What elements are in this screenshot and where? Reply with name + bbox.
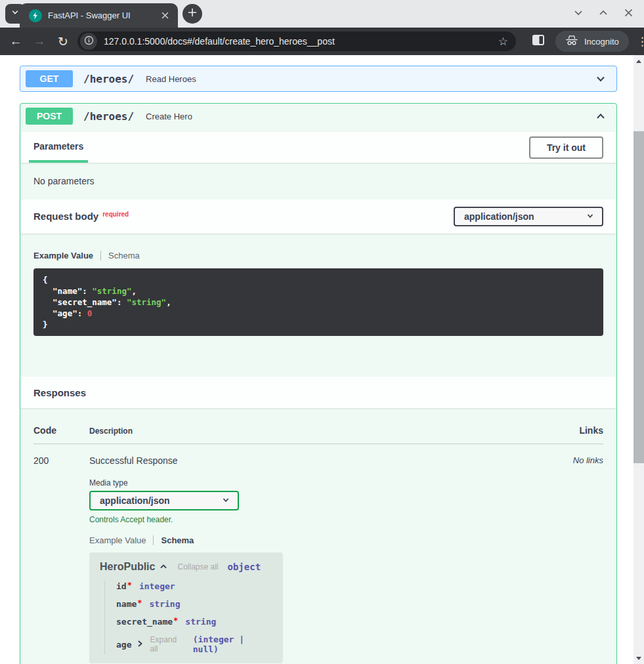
required-star: * [173,616,178,625]
info-icon [84,35,94,48]
operation-get-heroes: GET /heroes/ Read Heroes [20,66,617,92]
model-type: object [228,562,261,572]
new-tab-button[interactable] [182,4,202,24]
code-brace-open: { [43,275,48,285]
tab-divider [100,251,101,260]
tab-schema[interactable]: Schema [108,251,140,260]
tab-schema[interactable]: Schema [161,535,194,545]
get-method-badge: GET [26,70,73,87]
expand-chevron-icon[interactable] [594,72,607,85]
code-comma: , [131,286,137,296]
property-expand-button[interactable] [137,640,143,650]
json-example-codeblock: { "name": "string", "secret_name": "stri… [33,268,603,336]
response-links: No links [544,455,603,663]
side-panel-icon [532,34,545,49]
model-collapse-button[interactable] [160,561,167,573]
response-media-type-select[interactable]: application/json [89,491,239,510]
collapse-all-link[interactable]: Collapse all [177,562,218,571]
response-description-text: Successful Response [89,455,544,466]
scroll-up-button[interactable] [633,56,644,66]
reload-button[interactable]: ↻ [51,30,75,52]
site-info-button[interactable] [80,33,97,50]
side-panel-button[interactable] [530,33,546,49]
code-string-value: "string" [92,286,131,296]
incognito-label: Incognito [584,37,619,47]
property-name: name [116,599,137,609]
chevron-down-icon [573,7,584,20]
operation-get-summary[interactable]: GET /heroes/ Read Heroes [20,66,616,91]
expand-all-link[interactable]: Expand all [150,635,185,654]
swagger-page: GET /heroes/ Read Heroes POST /heroes/ C… [0,55,644,664]
post-endpoint-summary: Create Hero [146,112,192,121]
try-it-out-button[interactable]: Try it out [529,136,603,159]
window-controls [573,9,633,19]
browser-tab[interactable]: FastAPI - Swagger UI [20,3,178,28]
window-close-button[interactable] [623,9,633,19]
star-icon: ☆ [498,35,508,48]
response-200-description: Successful Response Media type applicati… [89,455,544,663]
request-body-title: Request body [33,211,98,222]
window-maximize-button[interactable] [598,9,609,19]
property-name: id [116,581,127,591]
response-code: 200 [33,455,89,663]
model-properties: id* integer name* string secret_name* [104,581,272,654]
column-header-description: Description [89,425,544,436]
browser-window: FastAPI - Swagger UI ← → ↻ 127.0.0.1:500… [0,0,644,664]
request-body-tabs: Example Value Schema [33,251,603,260]
property-name: secret_name [116,617,173,627]
property-row-secret-name: secret_name* string [116,617,272,627]
tab-strip: FastAPI - Swagger UI [0,0,644,28]
operation-post-heroes: POST /heroes/ Create Hero Parameters Try… [20,103,617,664]
browser-menu-button[interactable]: ⋮ [637,30,644,52]
close-icon [624,8,633,20]
fastapi-favicon-icon [29,9,42,22]
property-type: string [150,599,181,609]
get-endpoint-summary: Read Heroes [146,74,196,84]
property-type: string [185,617,216,627]
url-text[interactable]: 127.0.0.1:5000/docs#/default/create_hero… [104,36,496,47]
chevron-down-icon [11,8,20,20]
tab-example-value[interactable]: Example Value [89,535,146,545]
chevron-up-icon [160,561,167,573]
chevron-down-icon [586,211,594,222]
back-button[interactable]: ← [4,30,28,52]
accept-header-note: Controls Accept header. [89,515,544,524]
tab-divider [153,535,154,545]
close-icon [161,10,169,22]
get-endpoint-path: /heroes/ [83,73,134,85]
triangle-down-icon [636,657,641,660]
reload-icon: ↻ [58,34,68,49]
bookmark-button[interactable]: ☆ [496,35,511,49]
swagger-content: GET /heroes/ Read Heroes POST /heroes/ C… [0,55,628,664]
forward-button[interactable]: → [28,30,51,52]
url-bar[interactable]: 127.0.0.1:5000/docs#/default/create_hero… [77,31,516,51]
required-star: * [127,581,132,590]
collapse-chevron-icon[interactable] [594,110,607,123]
response-tabs: Example Value Schema [89,535,544,545]
post-endpoint-path: /heroes/ [83,110,134,123]
property-type: integer [139,581,175,591]
code-string-value: "string" [127,297,166,307]
tab-close-button[interactable] [158,9,171,22]
scrollbar-thumb[interactable] [633,131,644,463]
page-scrollbar[interactable] [633,55,644,664]
request-media-type-value: application/json [464,211,534,222]
scroll-down-button[interactable] [633,654,644,663]
property-row-id: id* integer [116,581,272,591]
forward-arrow-icon: → [33,34,46,49]
property-type: (integer | null) [193,634,272,654]
responses-table-head: Code Description Links [33,425,603,444]
operation-post-summary[interactable]: POST /heroes/ Create Hero [20,104,616,129]
responses-title: Responses [33,387,86,398]
column-header-links: Links [544,425,603,436]
tab-example-value[interactable]: Example Value [33,251,93,260]
no-parameters-text: No parameters [20,163,616,199]
plus-icon [188,8,197,20]
parameters-tab: Parameters [29,132,88,163]
chevron-up-icon [598,7,609,20]
back-arrow-icon: ← [10,34,22,49]
browser-toolbar: ← → ↻ 127.0.0.1:5000/docs#/default/creat… [0,28,644,55]
request-media-type-select[interactable]: application/json [454,207,603,226]
request-body-example-area: Example Value Schema { "name": "string",… [20,234,616,377]
window-minimize-button[interactable] [573,9,584,19]
